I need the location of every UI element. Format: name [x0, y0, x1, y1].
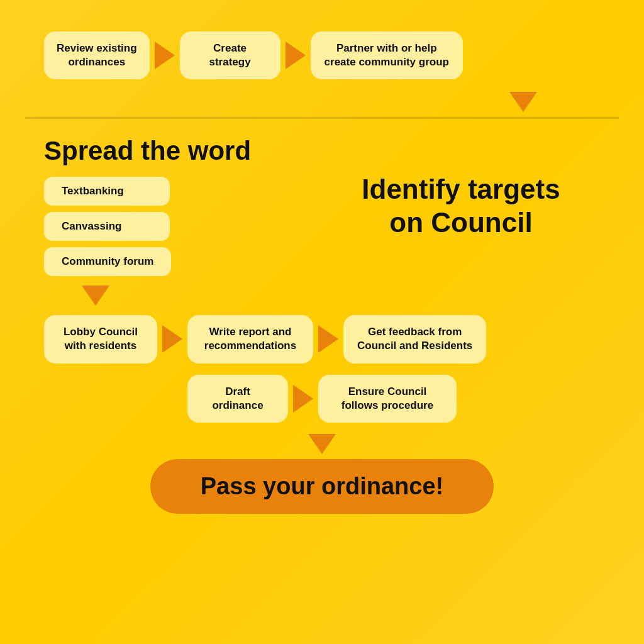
- arrow-right-5: [293, 385, 313, 413]
- step-report: Write report and recommendations: [187, 315, 313, 363]
- activity-forum-label: Community forum: [62, 255, 153, 267]
- pass-box: Pass your ordinance!: [150, 459, 494, 514]
- arrow-down-icon-1: [509, 92, 537, 112]
- step-ensure-label: Ensure Council follows procedure: [341, 386, 433, 411]
- arrow-down-top-right: [25, 92, 619, 112]
- activity-list: Textbanking Canvassing Community forum: [44, 177, 322, 276]
- step-lobby-label: Lobby Council with residents: [64, 326, 138, 352]
- bottom-row-2: Draft ordinance Ensure Council follows p…: [25, 370, 619, 428]
- step-draft-label: Draft ordinance: [212, 386, 263, 411]
- bottom-row-1: Lobby Council with residents Write repor…: [25, 309, 619, 369]
- top-row: Review existing ordinances Create strate…: [25, 19, 619, 86]
- activity-forum: Community forum: [44, 247, 171, 276]
- activity-canvassing: Canvassing: [44, 212, 170, 241]
- arrow-right-3: [162, 325, 182, 353]
- step-feedback-label: Get feedback from Council and Residents: [357, 326, 472, 352]
- step-feedback: Get feedback from Council and Residents: [343, 315, 486, 363]
- step-ensure: Ensure Council follows procedure: [318, 375, 457, 423]
- page: Review existing ordinances Create strate…: [0, 0, 644, 644]
- spread-title: Spread the word: [44, 136, 322, 165]
- step-review: Review existing ordinances: [44, 31, 150, 79]
- divider: [25, 117, 619, 119]
- activity-canvassing-label: Canvassing: [62, 220, 121, 232]
- step-review-label: Review existing ordinances: [57, 42, 137, 68]
- arrow-down-icon-2: [82, 286, 109, 306]
- pass-container: Pass your ordinance!: [25, 434, 619, 514]
- arrow-right-1: [155, 42, 175, 69]
- activity-textbanking-label: Textbanking: [62, 185, 124, 197]
- identify-title: Identify targets on Council: [362, 173, 560, 240]
- arrow-right-4: [318, 325, 338, 353]
- left-col: Spread the word Textbanking Canvassing C…: [44, 136, 322, 276]
- activity-textbanking: Textbanking: [44, 177, 170, 206]
- step-strategy: Create strategy: [180, 31, 280, 79]
- step-draft: Draft ordinance: [187, 375, 288, 423]
- arrow-down-icon-3: [308, 434, 336, 454]
- middle-section: Spread the word Textbanking Canvassing C…: [25, 124, 619, 282]
- step-strategy-label: Create strategy: [209, 42, 250, 68]
- arrow-right-2: [286, 42, 306, 69]
- right-col: Identify targets on Council: [322, 136, 600, 276]
- step-lobby: Lobby Council with residents: [44, 315, 157, 363]
- pass-label: Pass your ordinance!: [201, 473, 443, 499]
- step-partner-label: Partner with or help create community gr…: [325, 42, 449, 68]
- step-report-label: Write report and recommendations: [204, 326, 296, 352]
- step-partner: Partner with or help create community gr…: [311, 31, 463, 79]
- arrow-down-left: [25, 286, 619, 306]
